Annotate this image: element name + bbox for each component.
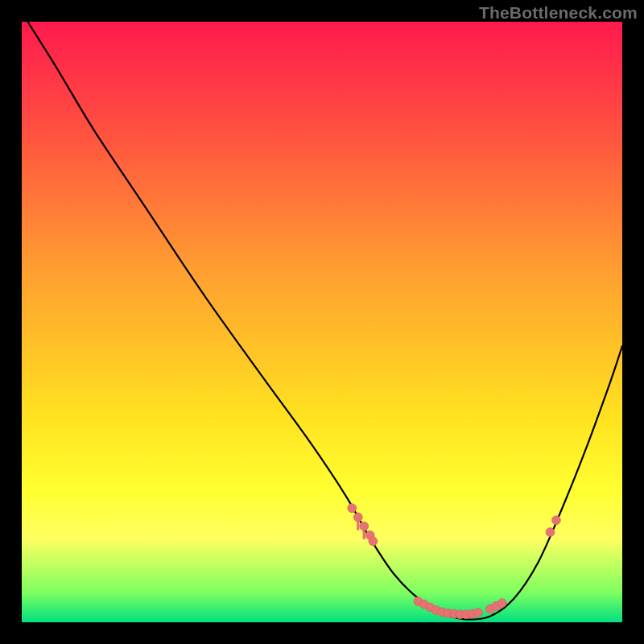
highlight-dot — [473, 609, 482, 617]
highlight-dot — [551, 516, 560, 525]
highlight-dots — [348, 504, 561, 619]
highlight-dot — [546, 528, 555, 537]
highlight-dot — [369, 537, 378, 546]
watermark-text: TheBottleneck.com — [479, 3, 638, 23]
highlight-dot — [360, 522, 369, 530]
chart-svg — [22, 22, 622, 622]
highlight-dot — [497, 599, 506, 608]
highlight-dot — [348, 504, 357, 513]
highlight-dot — [353, 513, 362, 522]
bottleneck-curve — [27, 22, 622, 620]
